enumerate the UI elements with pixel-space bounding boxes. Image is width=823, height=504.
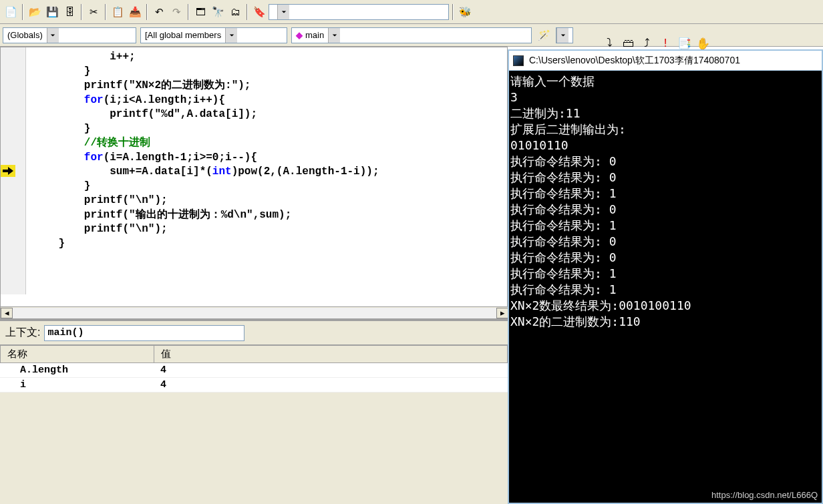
current-line-marker xyxy=(1,165,15,177)
table-row[interactable]: A.length4 xyxy=(0,363,508,378)
separator xyxy=(246,4,248,20)
undo-icon[interactable]: ↶ xyxy=(151,4,167,20)
col-value[interactable]: 值 xyxy=(154,346,508,363)
table-row[interactable]: i4 xyxy=(0,378,508,393)
window-list-icon[interactable]: 🗔 xyxy=(192,4,208,20)
cut-icon[interactable]: ✂ xyxy=(86,4,102,20)
h-scrollbar[interactable]: ◂ ▸ xyxy=(1,306,508,318)
console-title-text: C:\Users\lenovo\Desktop\软工1703李倩17408070… xyxy=(529,55,740,67)
chevron-down-icon[interactable] xyxy=(328,28,340,43)
copy-icon[interactable]: 📋 xyxy=(110,4,126,20)
function-combo[interactable]: ◆main xyxy=(291,27,532,43)
paste-icon[interactable]: 📥 xyxy=(127,4,143,20)
members-combo-label: [All global members xyxy=(141,30,225,40)
code-editor[interactable]: i++; } printf("XN×2的二进制数为:"); for(i;i<A.… xyxy=(0,47,508,319)
save-all-icon[interactable]: 🗄 xyxy=(61,4,77,20)
chevron-down-icon[interactable] xyxy=(47,28,59,43)
code-text: i++; } printf("XN×2的二进制数为:"); for(i;i<A.… xyxy=(33,50,379,251)
wizard-icon[interactable]: 🪄 xyxy=(536,27,552,43)
toolbar-main: 📄 📂 💾 🗄 ✂ 📋 📥 ↶ ↷ 🗔 🔭 🗂 🔖 🐝 xyxy=(0,0,823,24)
find-combo[interactable] xyxy=(269,4,449,20)
context-row: 上下文: xyxy=(0,321,508,345)
small-combo[interactable] xyxy=(556,27,573,43)
scroll-left-icon[interactable]: ◂ xyxy=(1,308,13,318)
console-titlebar[interactable]: C:\Users\lenovo\Desktop\软工1703李倩17408070… xyxy=(509,51,822,71)
context-input[interactable] xyxy=(44,325,244,341)
chevron-down-icon[interactable] xyxy=(277,5,289,19)
chevron-down-icon[interactable] xyxy=(556,28,568,43)
context-label: 上下文: xyxy=(5,326,40,340)
function-combo-label: ◆main xyxy=(292,30,328,40)
separator xyxy=(105,4,106,20)
debug-pane: 上下文: 名称 值 A.length4i4 xyxy=(0,319,508,504)
separator xyxy=(146,4,148,20)
col-name[interactable]: 名称 xyxy=(1,346,154,363)
new-file-icon[interactable]: 📄 xyxy=(3,4,19,20)
help-find-icon[interactable]: 🐝 xyxy=(457,4,473,20)
redo-icon[interactable]: ↷ xyxy=(168,4,184,20)
console-output: 请输入一个数据 3 二进制为:11 扩展后二进制输出为: 01010110 执行… xyxy=(509,71,822,503)
separator xyxy=(188,4,189,20)
scope-combo[interactable]: (Globals) xyxy=(3,27,136,43)
scroll-track[interactable] xyxy=(13,308,496,318)
gutter xyxy=(1,47,26,294)
separator xyxy=(22,4,23,20)
watermark: https://blog.csdn.net/L666Q xyxy=(711,490,818,500)
diamond-icon: ◆ xyxy=(296,30,303,40)
console-app-icon xyxy=(513,55,524,66)
chevron-down-icon[interactable] xyxy=(225,28,237,43)
open-icon[interactable]: 📂 xyxy=(27,4,43,20)
find-files-icon[interactable]: 🗂 xyxy=(227,4,243,20)
vars-body: A.length4i4 xyxy=(0,363,508,393)
separator xyxy=(81,4,82,20)
vars-table: 名称 值 xyxy=(0,345,508,363)
scroll-right-icon[interactable]: ▸ xyxy=(496,308,508,318)
separator xyxy=(452,4,454,20)
scope-combo-label: (Globals) xyxy=(3,30,47,40)
members-combo[interactable]: [All global members xyxy=(140,27,287,43)
console-window[interactable]: C:\Users\lenovo\Desktop\软工1703李倩17408070… xyxy=(508,49,823,504)
save-icon[interactable]: 💾 xyxy=(44,4,60,20)
bookmark-icon[interactable]: 🔖 xyxy=(251,4,267,20)
find-icon[interactable]: 🔭 xyxy=(210,4,226,20)
